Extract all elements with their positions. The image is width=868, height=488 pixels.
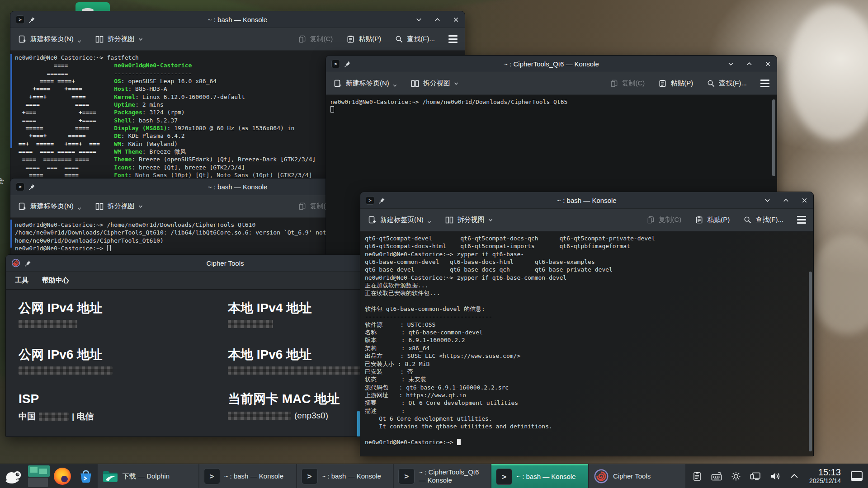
split-view-button[interactable]: 拆分视图 xyxy=(95,202,143,211)
terminal-line: 软件源 : USTC:OSS xyxy=(365,321,813,328)
paste-button[interactable]: 粘贴(P) xyxy=(346,35,381,43)
close-icon[interactable] xyxy=(764,61,771,67)
firefox-icon xyxy=(54,468,71,485)
pager-desktop-2[interactable] xyxy=(28,478,48,487)
card-mac-address: 当前网卡 MAC 地址 (enp3s0) xyxy=(228,392,340,421)
terminal-line: qt6-qt5compat-devel qt6-qt5compat-docs-q… xyxy=(365,235,813,242)
pin-icon[interactable] xyxy=(28,183,35,190)
discover-launcher[interactable] xyxy=(74,464,98,488)
copy-icon xyxy=(298,202,307,211)
card-title: 本地 IPv6 地址 xyxy=(228,347,363,362)
chevron-down-icon xyxy=(454,81,458,86)
terminal-line: 版本 : 6.9.1-160000.2.2 xyxy=(365,336,813,344)
terminal-line xyxy=(365,431,813,438)
titlebar[interactable]: > ~ : bash — Konsole xyxy=(360,192,813,209)
konsole-toolbar: 新建标签页(N) 拆分视图 复制(C) 粘贴(P) 查找(F)... xyxy=(326,72,777,95)
titlebar[interactable]: > ~ : bash — Konsole xyxy=(10,11,465,28)
pin-icon[interactable] xyxy=(344,61,351,67)
maximize-icon[interactable] xyxy=(783,197,789,204)
copy-icon xyxy=(646,216,655,224)
paste-button[interactable]: 粘贴(P) xyxy=(695,216,730,224)
firefox-launcher[interactable] xyxy=(51,464,74,488)
find-button[interactable]: 查找(F)... xyxy=(707,79,747,88)
task-dolphin[interactable]: 下载 — Dolphin xyxy=(98,464,198,488)
copy-button[interactable]: 复制(C) xyxy=(610,79,645,88)
terminal-line xyxy=(365,297,813,305)
menu-item-help[interactable]: 帮助中心 xyxy=(42,276,69,285)
keyboard-icon[interactable] xyxy=(711,471,722,482)
brightness-icon[interactable] xyxy=(731,471,741,482)
system-tray: 15:13 2025/12/14 xyxy=(686,468,868,484)
split-view-button[interactable]: 拆分视图 xyxy=(410,79,458,88)
new-output-indicator xyxy=(10,54,12,148)
find-button[interactable]: 查找(F)... xyxy=(395,35,435,43)
split-view-icon xyxy=(95,35,104,44)
terminal-line: It contains the qtbase utilities and def… xyxy=(365,422,813,430)
minimize-icon[interactable] xyxy=(764,197,771,204)
terminal-line xyxy=(330,106,777,113)
display-settings-icon[interactable] xyxy=(750,471,761,482)
paste-button[interactable]: 粘贴(P) xyxy=(658,79,693,88)
task-konsole-active[interactable]: > ~ : bash — Konsole xyxy=(491,464,588,488)
expand-tray-chevron-icon[interactable] xyxy=(789,471,799,481)
maximize-icon[interactable] xyxy=(434,16,441,23)
pin-icon[interactable] xyxy=(24,260,31,267)
redacted-value xyxy=(39,413,69,421)
terminal-line: 正在加载软件源数据... xyxy=(365,282,813,289)
maximize-icon[interactable] xyxy=(746,61,753,67)
paste-label: 粘贴(P) xyxy=(707,216,730,224)
menu-button[interactable] xyxy=(797,216,806,224)
copy-button[interactable]: 复制(C) xyxy=(298,35,333,43)
task-konsole-ciphertools[interactable]: > ~ : CipherTools_Qt6 — Konsole xyxy=(394,464,491,488)
card-title: 公网 IPv4 地址 xyxy=(19,301,102,315)
pin-icon[interactable] xyxy=(28,16,35,23)
volume-icon[interactable] xyxy=(769,471,781,482)
copy-icon xyxy=(298,35,307,43)
pager-desktop-1[interactable] xyxy=(28,465,50,477)
task-konsole-1[interactable]: > ~ : bash — Konsole xyxy=(199,464,296,488)
redacted-value xyxy=(228,366,363,375)
split-view-icon xyxy=(445,216,454,225)
find-button[interactable]: 查找(F)... xyxy=(743,216,783,224)
chevron-down-icon xyxy=(393,84,397,88)
virtual-desktop-pager[interactable] xyxy=(27,464,51,488)
new-tab-icon xyxy=(18,35,27,44)
menu-button[interactable] xyxy=(760,80,769,87)
split-view-label: 拆分视图 xyxy=(108,202,135,211)
window-title: ~ : bash — Konsole xyxy=(10,16,465,23)
search-icon xyxy=(395,35,403,43)
split-view-button[interactable]: 拆分视图 xyxy=(95,35,143,44)
menu-item-tools[interactable]: 工具 xyxy=(15,276,28,285)
close-icon[interactable] xyxy=(453,16,459,23)
show-desktop-button[interactable] xyxy=(851,471,863,481)
new-tab-button[interactable]: 新建标签页(N) xyxy=(333,79,397,88)
find-label: 查找(F)... xyxy=(719,79,747,88)
card-local-ipv4: 本地 IPv4 地址 xyxy=(228,301,311,328)
card-public-ipv4: 公网 IPv4 地址 xyxy=(19,301,102,328)
redacted-value xyxy=(19,320,77,328)
task-konsole-2[interactable]: > ~ : bash — Konsole xyxy=(297,464,393,488)
titlebar[interactable]: > ~ : CipherTools_Qt6 — Konsole xyxy=(326,56,777,72)
close-icon[interactable] xyxy=(801,197,808,204)
task-cipher-tools[interactable]: Cipher Tools xyxy=(589,464,685,488)
konsole-app-icon: > xyxy=(16,183,24,191)
menu-button[interactable] xyxy=(448,35,458,43)
search-icon xyxy=(707,79,715,88)
scrollbar[interactable] xyxy=(772,99,775,176)
clipboard-icon[interactable] xyxy=(692,471,703,482)
card-isp: ISP 中国 | 电信 xyxy=(19,392,94,422)
pin-icon[interactable] xyxy=(378,197,385,204)
minimize-icon[interactable] xyxy=(727,61,734,67)
konsole-icon: > xyxy=(204,468,220,484)
split-view-button[interactable]: 拆分视图 xyxy=(445,216,493,225)
copy-button[interactable]: 复制(C) xyxy=(646,216,682,224)
new-tab-button[interactable]: 新建标签页(N) xyxy=(18,35,81,44)
terminal-output[interactable]: qt6-qt5compat-devel qt6-qt5compat-docs-q… xyxy=(360,232,813,456)
application-launcher-button[interactable] xyxy=(0,464,27,488)
digital-clock[interactable]: 15:13 2025/12/14 xyxy=(809,468,841,484)
new-tab-icon xyxy=(333,79,342,88)
minimize-icon[interactable] xyxy=(415,16,422,23)
new-tab-button[interactable]: 新建标签页(N) xyxy=(368,216,431,225)
new-tab-button[interactable]: 新建标签页(N) xyxy=(18,202,81,211)
scrollbar[interactable] xyxy=(809,272,812,451)
